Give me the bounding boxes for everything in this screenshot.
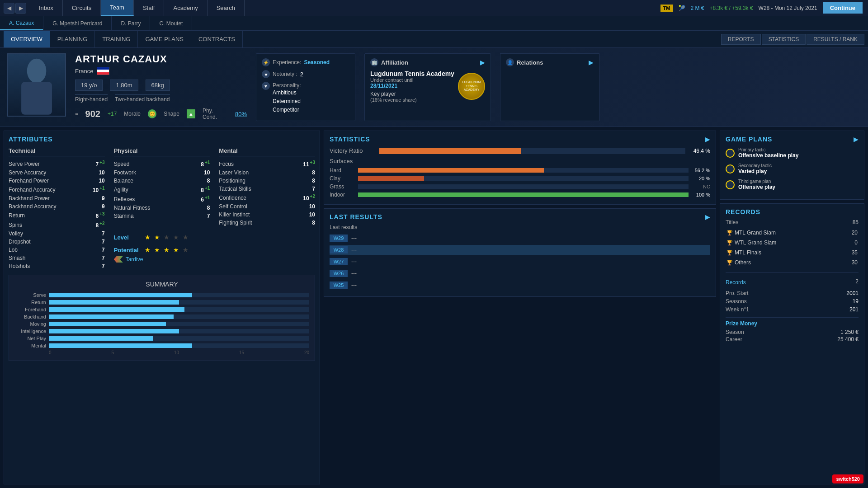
- nav-academy[interactable]: Academy: [164, 0, 207, 16]
- player-tab-moutet[interactable]: C. Moutet: [150, 16, 192, 30]
- surface-indoor-row: Indoor 100 %: [330, 192, 710, 198]
- france-flag: [97, 67, 109, 75]
- last-results-expand-arrow[interactable]: ▶: [705, 213, 710, 221]
- chart-mental-label: Mental: [14, 343, 46, 348]
- player-tab-parry[interactable]: D. Parry: [112, 16, 150, 30]
- attr-dropshot: Dropshot 7: [9, 238, 105, 246]
- title-mtl-finals: 🏆MTL Finals 35: [726, 248, 858, 257]
- seasons-row: Seasons 19: [726, 297, 859, 305]
- morale-label: Morale: [124, 111, 141, 117]
- attributes-grid: Technical Serve Power 7+3 Serve Accuracy…: [9, 147, 315, 270]
- sub-nav-gameplans[interactable]: GAME PLANS: [138, 31, 191, 47]
- pro-start-row: Pro. Start 2001: [726, 289, 859, 297]
- relations-expand-arrow[interactable]: ▶: [589, 59, 594, 66]
- nav-inbox[interactable]: Inbox: [30, 0, 63, 16]
- nav-team[interactable]: Team: [101, 0, 134, 16]
- week-n1-label: Week n°1: [726, 306, 749, 313]
- game-plans-expand-arrow[interactable]: ▶: [854, 136, 859, 143]
- records-panel: RECORDS Titles 85 🏆MTL Grand Slam 20 🏆WT…: [720, 203, 864, 484]
- title-wtl-grand-slam: 🏆WTL Grand Slam 0: [726, 238, 858, 247]
- last-results-header: LAST RESULTS ▶: [330, 213, 710, 221]
- chart-intelligence-fill: [49, 329, 179, 333]
- chart-forehand-fill: [49, 307, 184, 312]
- experience-row: ⚡ Experience: Seasoned: [262, 58, 349, 66]
- potential-label: Potential: [114, 247, 141, 253]
- victory-ratio-label: Victory Ratio: [330, 147, 375, 154]
- summary-chart: Serve Return Forehand: [14, 292, 309, 355]
- sub-nav-statistics[interactable]: STATISTICS: [762, 34, 806, 45]
- attr-reflexes: Reflexes 6+1: [114, 194, 210, 204]
- statistics-expand-arrow[interactable]: ▶: [705, 136, 710, 143]
- prize-money-label: Prize Money: [726, 317, 859, 327]
- sub-nav-training[interactable]: TRAINING: [95, 31, 138, 47]
- nav-search[interactable]: Search: [208, 0, 245, 16]
- continue-button[interactable]: Continue: [823, 2, 863, 14]
- experience-label: Experience:: [273, 59, 301, 66]
- player-photo: [7, 53, 66, 117]
- attr-positioning: Positioning 8: [219, 177, 315, 185]
- personality-label: Personality:: [273, 82, 301, 89]
- attr-serve-accuracy: Serve Accuracy 10: [9, 169, 105, 177]
- title-mtl-grand-slam: 🏆MTL Grand Slam 20: [726, 228, 858, 237]
- player-tab-cazaux[interactable]: A. Cazaux: [0, 16, 43, 30]
- player-basic-info: ARTHUR CAZAUX France 19 y/o 1,80m 68kg R…: [75, 53, 247, 121]
- sub-nav-contracts[interactable]: CONTRACTS: [191, 31, 243, 47]
- notoriety-label: Notoriety :: [273, 71, 297, 77]
- chart-intelligence-label: Intelligence: [14, 328, 46, 334]
- personality-competitor: Competitor: [273, 106, 301, 114]
- chart-row-mental: Mental: [14, 343, 309, 348]
- prize-career-val: 25 400 €: [837, 336, 859, 343]
- chart-moving-label: Moving: [14, 321, 46, 327]
- attr-self-control: Self Control 10: [219, 202, 315, 211]
- attr-balance: Balance 8: [114, 177, 210, 185]
- secondary-tactic-icon: [726, 164, 735, 174]
- nav-circuits[interactable]: Circuits: [63, 0, 101, 16]
- week-row-w25: W25 ---: [330, 280, 710, 290]
- surface-clay-fill: [358, 176, 424, 181]
- nav-staff[interactable]: Staff: [134, 0, 165, 16]
- attr-backhand-power: Backhand Power 9: [9, 194, 105, 202]
- game-plan-primary: Primary tactic Offensive baseline play: [726, 147, 859, 159]
- sub-nav-results[interactable]: RESULTS / RANK: [807, 34, 864, 45]
- chart-serve-fill: [49, 293, 192, 297]
- surface-hard-track: [358, 168, 689, 173]
- nav-date: W28 - Mon 12 July 2021: [759, 5, 817, 11]
- attr-stamina: Stamina 7: [114, 212, 210, 220]
- chart-backhand-label: Backhand: [14, 314, 46, 319]
- affiliation-revenue: (16% revenue share): [370, 97, 454, 103]
- personality-info: Personality: Ambitious Determined Compet…: [273, 82, 301, 115]
- affiliation-icon: 🏢: [370, 58, 378, 66]
- surface-grass-label: Grass: [330, 183, 354, 190]
- shape-icon: ▲: [187, 109, 195, 118]
- last-results-panel: LAST RESULTS ▶ Last results W29 --- W28 …: [324, 208, 716, 297]
- svg-point-0: [27, 59, 47, 83]
- experience-value: Seasoned: [304, 59, 330, 66]
- nav-money-detail: +8.3k € / +59.3k €: [710, 5, 753, 11]
- week-result-w26: ---: [351, 270, 357, 277]
- sub-navigation: OVERVIEW PLANNING TRAINING GAME PLANS CO…: [0, 31, 868, 48]
- ranking-number: 902: [85, 109, 100, 119]
- attr-spins: Spins 8+2: [9, 220, 105, 230]
- level-row: Level ★ ★ ★ ★ ★: [114, 234, 210, 241]
- axis-20: 20: [304, 350, 309, 355]
- nav-forward-button[interactable]: ▶: [15, 3, 26, 14]
- nav-back-button[interactable]: ◀: [4, 3, 14, 14]
- affiliation-expand-arrow[interactable]: ▶: [480, 59, 485, 66]
- chart-serve-label: Serve: [14, 292, 46, 298]
- game-plan-secondary: Secondary tactic Varied play: [726, 163, 859, 174]
- sub-nav-reports[interactable]: REPORTS: [721, 34, 761, 45]
- nav-right-info: TM 🎾 2 M € +8.3k € / +59.3k € W28 - Mon …: [660, 2, 868, 14]
- week-badge-w28: W28: [330, 246, 348, 253]
- physical-column: Physical Speed 8+1 Footwork 10 Balance 8: [114, 147, 210, 270]
- affiliation-content: Lugdunum Tennis Academy Under contract u…: [370, 70, 485, 103]
- far-right-column: GAME PLANS ▶ Primary tactic Offensive ba…: [720, 131, 864, 484]
- attributes-title: ATTRIBUTES: [9, 136, 315, 143]
- player-tab-mpetshi[interactable]: G. Mpetshi Perricard: [43, 16, 112, 30]
- affiliation-panel: 🏢 Affiliation ▶ Lugdunum Tennis Academy …: [364, 53, 491, 121]
- notoriety-value: 2: [300, 71, 303, 78]
- prize-season-label: Season: [726, 329, 744, 335]
- sub-nav-planning[interactable]: PLANNING: [50, 31, 95, 47]
- attr-killer-instinct: Killer Instinct 10: [219, 211, 315, 219]
- victory-ratio-track: [379, 148, 685, 154]
- sub-nav-overview[interactable]: OVERVIEW: [4, 31, 50, 47]
